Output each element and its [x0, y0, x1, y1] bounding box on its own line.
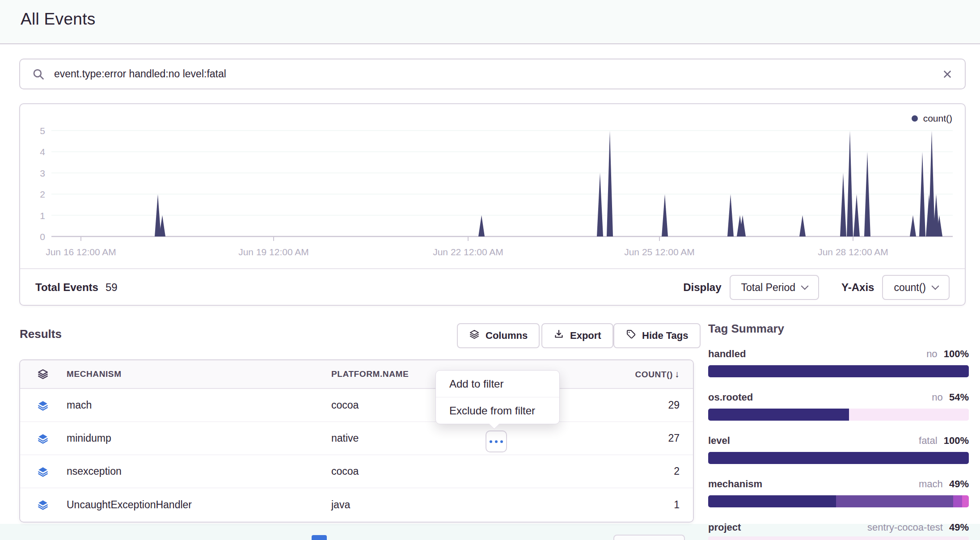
tag-head: levelfatal 100% [708, 435, 969, 447]
x-axis-label: Jun 22 12:00 AM [433, 247, 503, 257]
tag-head: mechanismmach 49% [708, 478, 969, 490]
sort-desc-icon: ↓ [675, 369, 680, 379]
tag-summary-title: Tag Summary [708, 322, 969, 336]
cell-actions-button[interactable] [486, 430, 507, 452]
cell-count[interactable]: 27 [586, 432, 693, 444]
tag-name: project [708, 522, 741, 533]
tag-bar-segment[interactable] [962, 495, 969, 507]
x-axis-label: Jun 19 12:00 AM [238, 247, 309, 257]
tag-bar-segment[interactable] [708, 409, 849, 421]
columns-button[interactable]: Columns [457, 323, 540, 348]
chart-controls: Display Total Period Y-Axis count() [683, 275, 950, 300]
download-icon [553, 329, 564, 342]
chart-spike [929, 131, 935, 236]
chart-spike [840, 173, 846, 236]
chevron-down-icon [932, 283, 939, 290]
cell-count[interactable]: 1 [586, 499, 693, 511]
tag-bar[interactable] [708, 365, 969, 377]
y-axis-label: 0 [40, 232, 45, 242]
layers-icon[interactable] [20, 368, 67, 380]
ellipsis-icon [490, 440, 492, 443]
legend-label: count() [923, 113, 952, 124]
legend-dot-icon [912, 115, 918, 122]
pagination-button-partial[interactable] [613, 535, 685, 540]
table-row[interactable]: nsexceptioncocoa2 [20, 455, 693, 488]
tag-bar[interactable] [708, 495, 969, 507]
primary-button-partial[interactable] [312, 535, 327, 540]
y-axis-label: 1 [40, 211, 45, 221]
table-row[interactable]: minidumpnative27 [20, 422, 693, 455]
tag-bar-segment[interactable] [836, 495, 953, 507]
tag-name: mechanism [708, 478, 762, 490]
chart-spike [910, 215, 916, 236]
menu-item[interactable]: Exclude from filter [436, 397, 559, 424]
search-bar [19, 59, 966, 89]
count-header-label: COUNT() [635, 370, 672, 379]
cell-platform[interactable]: java [331, 499, 586, 511]
y-axis-label: 4 [40, 147, 45, 157]
table-header-row: MECHANISM PLATFORM.NAME COUNT()↓ [20, 360, 693, 389]
layers-icon [20, 499, 67, 510]
tag-bar-segment[interactable] [708, 365, 969, 377]
tag-bar-segment[interactable] [708, 495, 836, 507]
total-events-value: 59 [106, 281, 118, 294]
cell-mechanism[interactable]: minidump [67, 432, 331, 444]
cell-context-menu: Add to filterExclude from filter [435, 370, 560, 424]
search-input[interactable] [53, 68, 934, 80]
hide-tags-button[interactable]: Hide Tags [613, 323, 701, 348]
tag-row-os.rooted: os.rootedno 54% [708, 392, 969, 421]
table-body: machcocoa29minidumpnative27nsexceptionco… [20, 389, 693, 521]
tag-row-handled: handledno 100% [708, 348, 969, 377]
table-row[interactable]: UncaughtExceptionHandlerjava1 [20, 488, 693, 521]
tag-icon [625, 329, 636, 342]
cell-mechanism[interactable]: nsexception [67, 465, 331, 477]
tag-bar[interactable] [708, 409, 969, 421]
ellipsis-icon [500, 440, 503, 443]
chart-spike [607, 131, 613, 236]
chart-spike [799, 215, 806, 236]
chart-spike [597, 173, 603, 236]
column-header-mechanism[interactable]: MECHANISM [67, 369, 331, 379]
tag-head: projectsentry-cocoa-test 49% [708, 522, 969, 533]
chart-spike [847, 131, 853, 236]
cell-mechanism[interactable]: UncaughtExceptionHandler [67, 499, 331, 511]
display-select[interactable]: Total Period [730, 275, 819, 300]
tag-bar-segment[interactable] [953, 495, 962, 507]
x-axis-label: Jun 28 12:00 AM [818, 247, 888, 257]
tag-bar-segment[interactable] [849, 409, 969, 421]
cell-mechanism[interactable]: mach [67, 399, 331, 411]
cell-count[interactable]: 2 [586, 465, 693, 477]
chevron-down-icon [801, 283, 809, 290]
chart-legend[interactable]: count() [912, 113, 952, 124]
y-axis-label: 2 [40, 189, 45, 199]
ellipsis-icon [495, 440, 498, 443]
layers-icon [20, 433, 67, 444]
cell-platform[interactable]: cocoa [331, 465, 586, 477]
events-chart[interactable]: 012345Jun 16 12:00 AMJun 19 12:00 AMJun … [20, 104, 965, 268]
results-table: MECHANISM PLATFORM.NAME COUNT()↓ machcoc… [19, 359, 694, 523]
yaxis-select[interactable]: count() [882, 275, 950, 300]
tag-value: no 54% [932, 392, 969, 403]
menu-item[interactable]: Add to filter [436, 371, 559, 397]
yaxis-value: count() [894, 282, 926, 294]
tag-value: mach 49% [919, 478, 969, 490]
results-heading: Results [20, 327, 62, 341]
tag-value: sentry-cocoa-test 49% [867, 522, 969, 533]
column-header-count[interactable]: COUNT()↓ [586, 369, 693, 380]
page-title: All Events [21, 10, 96, 29]
tag-value: fatal 100% [919, 435, 969, 447]
chart-footer: Total Events 59 Display Total Period Y-A… [20, 268, 965, 306]
cell-platform[interactable]: native [331, 432, 586, 444]
table-row[interactable]: machcocoa29 [20, 389, 693, 422]
hide-tags-button-label: Hide Tags [642, 330, 689, 342]
tag-list: handledno 100%os.rootedno 54%levelfatal … [708, 348, 969, 540]
tag-value: no 100% [926, 348, 969, 360]
export-button[interactable]: Export [541, 323, 613, 348]
y-axis-label: 5 [40, 126, 45, 136]
clear-search-icon[interactable] [942, 68, 953, 80]
total-events-label: Total Events [35, 281, 98, 294]
y-axis-label: 3 [40, 168, 45, 178]
cell-count[interactable]: 29 [586, 399, 693, 411]
tag-bar[interactable] [708, 452, 969, 464]
tag-bar-segment[interactable] [708, 452, 969, 464]
